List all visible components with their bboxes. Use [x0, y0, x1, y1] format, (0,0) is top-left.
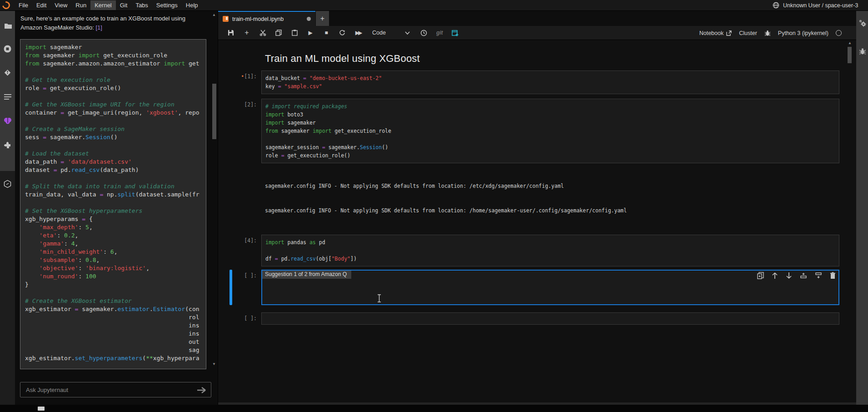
cell-1: •[1]: data_bucket = "demo-bucket-us-east…	[218, 70, 839, 94]
send-icon[interactable]	[196, 386, 206, 394]
right-activity-bar	[856, 11, 868, 405]
extension-manager-icon[interactable]	[3, 141, 12, 150]
notebook-scrollbar-thumb[interactable]	[848, 47, 852, 63]
chat-input[interactable]	[20, 382, 211, 397]
scroll-down-icon[interactable]: ▼	[212, 362, 216, 366]
output-line: sagemaker.config INFO - Not applying SDK…	[265, 206, 856, 215]
running-kernels-icon[interactable]	[3, 44, 12, 54]
tab-train-ml-model[interactable]: train-ml-model.ipynb	[218, 11, 315, 26]
insert-cell-below-icon[interactable]	[815, 272, 822, 279]
notebook-content: Train an ML model using XGBoost •[1]: da…	[218, 40, 856, 402]
save-button[interactable]	[227, 29, 234, 37]
notebook-link[interactable]: Notebook	[699, 30, 732, 36]
chat-message: Sure, here's an example code to train an…	[20, 14, 202, 32]
chat-citation-link[interactable]: [1]	[95, 24, 102, 31]
duplicate-cell-icon[interactable]	[757, 272, 764, 279]
chat-scrollbar[interactable]: ▲ ▼	[211, 12, 217, 368]
notebook-toolbar: + ▶ ■ ▶▶ Code git Notebook	[218, 26, 856, 40]
tab-bar: train-ml-model.ipynb +	[218, 11, 856, 26]
cell-4: [4]: import pandas as pd df = pd.read_cs…	[218, 235, 839, 266]
menu-edit[interactable]: Edit	[32, 0, 50, 10]
menu-run[interactable]: Run	[71, 0, 90, 10]
cell-toolbar	[757, 272, 836, 279]
user-label: Unknown User / space-user-3	[783, 2, 858, 9]
tab-title: train-ml-model.ipynb	[232, 16, 303, 22]
empty-cell: [ ]:	[218, 312, 839, 325]
output-line: sagemaker.config INFO - Not applying SDK…	[265, 182, 856, 190]
debugger-bug-icon[interactable]	[858, 46, 867, 56]
sagemaker-studio-logo-icon	[1, 0, 12, 10]
restart-run-all-button[interactable]: ▶▶	[354, 29, 362, 37]
globe-icon	[773, 2, 779, 9]
taskbar-item[interactable]	[38, 407, 45, 411]
chat-scrollbar-thumb[interactable]	[212, 84, 216, 139]
jupyternaut-chat-panel: Sure, here's an example code to train an…	[15, 11, 218, 405]
table-of-contents-icon[interactable]	[3, 92, 12, 101]
menu-git[interactable]: Git	[116, 0, 132, 10]
external-link-icon	[726, 30, 732, 36]
jupyternaut-brain-icon[interactable]	[3, 116, 12, 125]
cell-2: [2]: # import required packagesimport bo…	[218, 99, 839, 163]
text-cursor	[377, 278, 381, 286]
empty-cell-prompt: [ ]:	[218, 312, 261, 325]
paste-cells-button[interactable]	[291, 29, 298, 37]
copy-cells-button[interactable]	[275, 29, 282, 37]
stop-kernel-button[interactable]: ■	[323, 29, 330, 37]
amazon-q-icon[interactable]	[3, 179, 12, 189]
cluster-link[interactable]: Cluster	[739, 30, 757, 36]
kernel-status-icon[interactable]	[836, 30, 842, 36]
active-cell-prompt: [ ]:	[218, 270, 261, 305]
menu-help[interactable]: Help	[182, 0, 202, 10]
amazon-q-badge-icon: Q	[261, 271, 262, 277]
git-toolbar-button[interactable]: git	[436, 30, 443, 36]
property-inspector-gears-icon[interactable]	[858, 18, 867, 28]
chat-code-block: import sagemakerfrom sagemaker import ge…	[20, 39, 206, 369]
scroll-up-icon[interactable]: ▲	[212, 13, 216, 17]
delete-cell-icon[interactable]	[830, 272, 836, 279]
cut-cells-button[interactable]	[259, 29, 266, 37]
left-activity-bar	[0, 11, 15, 405]
cell-1-editor[interactable]: data_bucket = "demo-bucket-us-east-2"key…	[261, 70, 839, 94]
cell-type-dropdown[interactable]: Code	[370, 30, 412, 36]
taskbar	[0, 405, 868, 412]
user-area[interactable]: Unknown User / space-user-3	[773, 2, 868, 9]
notebook-scrollbar[interactable]: ▲	[847, 41, 853, 63]
tab-modified-dot[interactable]	[307, 17, 311, 21]
cell-4-prompt: [4]:	[218, 235, 261, 266]
suggestion-label: Suggestion 1 of 2 from Amazon Q	[265, 270, 347, 278]
cell-type-value: Code	[372, 30, 386, 36]
menu-bar: File Edit View Run Kernel Git Tabs Setti…	[0, 0, 868, 11]
suggestion-tooltip: Q Suggestion 1 of 2 from Amazon Q	[261, 270, 351, 279]
git-icon[interactable]	[3, 68, 12, 77]
cell-4-editor[interactable]: import pandas as pd df = pd.read_csv(obj…	[261, 235, 839, 266]
active-cell-indicator	[229, 270, 232, 305]
menu-view[interactable]: View	[50, 0, 71, 10]
menu-tabs[interactable]: Tabs	[131, 0, 152, 10]
history-clock-icon[interactable]	[420, 29, 428, 37]
menu-kernel[interactable]: Kernel	[90, 0, 116, 10]
insert-cell-above-icon[interactable]	[800, 272, 807, 279]
file-browser-icon[interactable]	[3, 21, 12, 30]
move-cell-up-icon[interactable]	[772, 272, 778, 279]
notebook-file-icon	[223, 16, 229, 22]
notebook-title: Train an ML model using XGBoost	[265, 53, 856, 65]
scroll-up-icon[interactable]: ▲	[847, 41, 853, 45]
main-area: train-ml-model.ipynb + + ▶ ■ ▶▶ Code	[218, 11, 856, 405]
new-tab-button[interactable]: +	[316, 11, 329, 26]
restart-kernel-button[interactable]	[339, 29, 346, 37]
add-cell-button[interactable]: +	[243, 29, 250, 37]
menu-file[interactable]: File	[15, 0, 32, 10]
move-cell-down-icon[interactable]	[786, 272, 792, 279]
empty-cell-editor[interactable]	[261, 312, 839, 325]
debugger-bug-icon[interactable]	[764, 30, 771, 36]
toolbar-right-group: Notebook Cluster Python 3 (ipykernel)	[699, 26, 842, 40]
cell-1-prompt: •[1]:	[218, 70, 261, 94]
schedule-notebook-icon[interactable]	[452, 29, 459, 37]
chevron-down-icon	[405, 31, 410, 35]
cell-2-editor[interactable]: # import required packagesimport boto3im…	[261, 99, 839, 163]
menu-settings[interactable]: Settings	[152, 0, 182, 10]
active-cell-editor[interactable]: Q Suggestion 1 of 2 from Amazon Q corr_m…	[261, 270, 839, 305]
run-cell-button[interactable]: ▶	[307, 29, 314, 37]
chat-message-text: Sure, here's an example code to train an…	[20, 15, 185, 31]
kernel-name[interactable]: Python 3 (ipykernel)	[778, 30, 828, 36]
